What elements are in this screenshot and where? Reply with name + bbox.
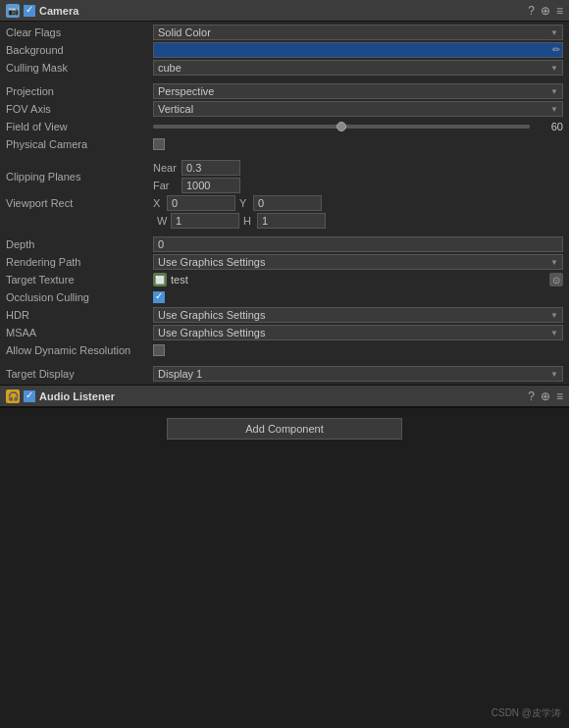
slider-thumb [336,122,346,131]
culling-mask-row: Culling Mask cube ▼ [0,59,569,77]
clipping-planes-group: Near Far [153,160,563,193]
camera-icon: 📷 [6,4,20,18]
target-display-dropdown[interactable]: Display 1 ▼ [153,366,563,382]
h-label: H [243,215,253,227]
texture-icon: ⬜ [153,273,167,286]
field-of-view-row: Field of View 60 [0,118,569,135]
clear-flags-value: Solid Color [158,26,211,38]
clear-flags-dropdown[interactable]: Solid Color ▼ [153,25,563,40]
audio-listener-panel: 🎧 Audio Listener ? ⊕ ≡ [0,386,569,408]
background-color[interactable]: ✏ [153,42,563,58]
rendering-path-dropdown[interactable]: Use Graphics Settings ▼ [153,254,563,270]
texture-name: test [171,274,545,286]
field-of-view-slider[interactable] [153,125,530,129]
camera-properties: Clear Flags Solid Color ▼ Background ✏ C… [0,22,569,385]
fov-axis-value: Vertical [158,103,193,115]
allow-dynamic-resolution-label: Allow Dynamic Resolution [6,344,153,356]
background-row: Background ✏ [0,41,569,59]
fov-axis-dropdown[interactable]: Vertical ▼ [153,101,563,117]
y-label: Y [239,197,249,209]
culling-mask-dropdown[interactable]: cube ▼ [153,60,563,76]
msaa-dropdown[interactable]: Use Graphics Settings ▼ [153,325,563,340]
projection-row: Projection Perspective ▼ [0,82,569,100]
clear-flags-label: Clear Flags [6,26,153,38]
audio-help-icon[interactable]: ? [528,390,535,402]
clipping-planes-label: Clipping Planes [6,171,153,182]
viewport-rect-row1: Viewport Rect X Y [0,194,569,212]
target-display-arrow: ▼ [550,370,558,379]
audio-listener-title: Audio Listener [39,390,524,402]
projection-dropdown[interactable]: Perspective ▼ [153,83,563,99]
camera-overflow-icon[interactable]: ≡ [556,5,563,17]
clear-flags-row: Clear Flags Solid Color ▼ [0,24,569,41]
field-of-view-label: Field of View [6,121,153,132]
target-display-value: Display 1 [158,368,202,380]
occlusion-culling-label: Occlusion Culling [6,291,153,303]
hdr-arrow: ▼ [550,311,558,320]
hdr-value: Use Graphics Settings [158,309,265,321]
background-label: Background [6,44,153,56]
fov-axis-arrow: ▼ [550,105,558,114]
depth-row: Depth [0,235,569,253]
rendering-path-arrow: ▼ [550,258,558,267]
projection-value: Perspective [158,85,214,97]
audio-settings-icon[interactable]: ⊕ [541,390,550,402]
clipping-planes-row: Clipping Planes Near Far [0,159,569,194]
audio-listener-header: 🎧 Audio Listener ? ⊕ ≡ [0,386,569,407]
camera-help-icon[interactable]: ? [528,5,535,17]
rendering-path-label: Rendering Path [6,256,153,268]
clear-flags-arrow: ▼ [550,28,558,37]
msaa-arrow: ▼ [550,329,558,338]
culling-mask-arrow: ▼ [550,64,558,73]
occlusion-culling-checkbox[interactable] [153,291,165,303]
target-display-label: Target Display [6,368,153,380]
w-label: W [157,215,167,227]
target-texture-row: Target Texture ⬜ test ⊙ [0,271,569,288]
hdr-row: HDR Use Graphics Settings ▼ [0,306,569,324]
occlusion-culling-row: Occlusion Culling [0,288,569,306]
camera-settings-icon[interactable]: ⊕ [541,5,550,17]
hdr-dropdown[interactable]: Use Graphics Settings ▼ [153,307,563,323]
camera-panel-header: 📷 Camera ? ⊕ ≡ [0,0,569,22]
target-texture-label: Target Texture [6,274,153,286]
far-input[interactable] [181,178,240,193]
allow-dynamic-resolution-checkbox[interactable] [153,344,165,356]
camera-enable-checkbox[interactable] [24,5,35,17]
far-row: Far [153,178,563,193]
culling-mask-label: Culling Mask [6,62,153,74]
viewport-wh-group: W H [157,213,563,229]
projection-label: Projection [6,85,153,97]
add-component-button[interactable]: Add Component [167,418,402,440]
field-of-view-value: 60 [534,121,563,132]
viewport-rect-label: Viewport Rect [6,197,153,209]
add-component-area: Add Component [0,408,569,449]
camera-header-icons: ? ⊕ ≡ [528,5,563,17]
fov-axis-row: FOV Axis Vertical ▼ [0,100,569,118]
color-picker-icon: ✏ [552,44,560,55]
viewport-y-input[interactable] [253,195,322,211]
physical-camera-checkbox[interactable] [153,138,165,150]
fov-axis-label: FOV Axis [6,103,153,115]
projection-arrow: ▼ [550,87,558,96]
audio-listener-header-icons: ? ⊕ ≡ [528,390,563,402]
audio-icon: 🎧 [6,390,20,403]
rendering-path-value: Use Graphics Settings [158,256,265,268]
x-label: X [153,197,163,209]
hdr-label: HDR [6,309,153,321]
audio-overflow-icon[interactable]: ≡ [556,390,563,402]
texture-target-button[interactable]: ⊙ [549,273,563,286]
viewport-x-input[interactable] [167,195,235,211]
target-display-row: Target Display Display 1 ▼ [0,365,569,383]
camera-title: Camera [39,5,524,17]
viewport-w-input[interactable] [171,213,239,229]
viewport-h-input[interactable] [257,213,326,229]
near-input[interactable] [181,160,240,176]
depth-input[interactable] [153,236,563,252]
far-label: Far [153,180,178,191]
depth-label: Depth [6,238,153,250]
audio-listener-checkbox[interactable] [24,390,35,402]
target-texture-field: ⬜ test ⊙ [153,273,563,286]
camera-panel: 📷 Camera ? ⊕ ≡ Clear Flags Solid Color ▼… [0,0,569,386]
viewport-rect-row2: W H [0,212,569,230]
watermark: CSDN @皮学涛 [491,706,561,720]
